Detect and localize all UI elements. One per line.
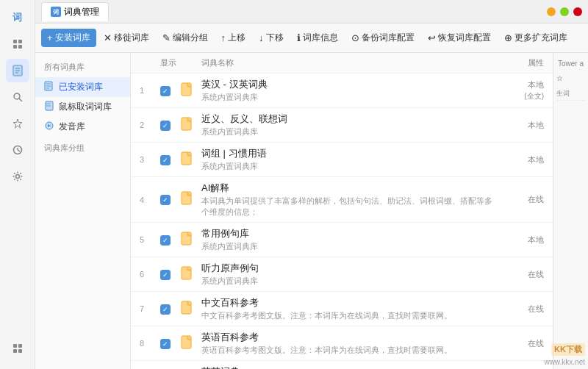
move-down-button[interactable]: ↓ 下移: [253, 29, 290, 47]
header-display: 显示: [160, 57, 181, 68]
edit-group-button[interactable]: ✎ 编辑分组: [157, 29, 214, 47]
svg-rect-15: [13, 344, 17, 348]
svg-rect-0: [13, 40, 17, 43]
row-attr: 本地: [500, 120, 544, 131]
row-checkbox[interactable]: ✓: [160, 85, 181, 96]
svg-rect-17: [13, 349, 17, 353]
svg-rect-39: [182, 301, 191, 314]
dict-name: 英汉 - 汉英词典: [201, 78, 500, 91]
app-logo-icon[interactable]: 词: [6, 6, 29, 29]
svg-rect-27: [182, 83, 191, 96]
check-icon: ✓: [160, 304, 171, 315]
svg-rect-2: [13, 45, 17, 49]
table-row[interactable]: 9 ✓ 英英词典 系统内置词典库: [131, 361, 553, 369]
tab-icon: 词: [51, 7, 61, 17]
check-icon: ✓: [160, 235, 171, 246]
dict-sub: 英语百科参考考图文版。注意：本词库为在线词典，直找时需要联网。: [201, 345, 500, 356]
row-num: 5: [140, 235, 160, 244]
right-sidebar: Tower a ☆ 生词: [553, 53, 588, 369]
check-icon: ✓: [160, 270, 171, 280]
table-row[interactable]: 4 ✓ AI解释 本词典为单词提供了丰富多样的解析，包括句句法、助记法、词根词缀…: [131, 177, 553, 223]
dict-info-label: 词库信息: [303, 32, 338, 44]
move-dict-button[interactable]: ✕ 移徙词库: [98, 29, 155, 47]
nav-icon-clock[interactable]: [6, 138, 29, 162]
app-sidebar: 词: [0, 0, 35, 369]
nav-icon-1[interactable]: [6, 32, 29, 56]
nav-icon-star[interactable]: [6, 112, 29, 135]
table-row[interactable]: 8 ✓ 英语百科参考 英语百科参考考图文版。注意：本词库为在线词典，直找时需要联…: [131, 326, 553, 361]
svg-rect-37: [182, 267, 191, 279]
voice-icon: [44, 121, 54, 133]
backup-config-button[interactable]: ⊙ 备份词库配置: [345, 29, 420, 47]
row-checkbox[interactable]: ✓: [160, 120, 181, 131]
move-down-label: 下移: [266, 32, 284, 44]
restore-config-button[interactable]: ↩ 恢复词库配置: [422, 29, 497, 47]
row-num: 1: [140, 86, 160, 95]
left-panel: 所有词典库 已安装词库 鼠标取词词库 发: [35, 53, 131, 369]
nav-icon-search[interactable]: [6, 85, 29, 109]
panel-section-title: 所有词典库: [35, 59, 130, 77]
row-attr: 本地(全文): [500, 79, 544, 102]
row-checkbox[interactable]: ✓: [160, 154, 181, 165]
panel-item-mouse[interactable]: 鼠标取词词库: [35, 97, 130, 117]
panel-item-installed-label: 已安装词库: [59, 81, 103, 93]
content-area: 所有词典库 已安装词库 鼠标取词词库 发: [35, 53, 588, 369]
row-attr: 在线: [500, 194, 544, 205]
dict-name: 常用例句库: [201, 227, 500, 240]
dict-sub: 系统内置词典库: [201, 241, 500, 252]
dict-table-header: 显示 词典名称 属性: [131, 53, 553, 74]
row-checkbox[interactable]: ✓: [160, 194, 181, 205]
minimize-button[interactable]: －: [547, 7, 556, 16]
restore-icon: ↩: [428, 32, 436, 43]
row-num: 8: [140, 339, 160, 348]
more-icon: ⊕: [504, 32, 512, 43]
right-sidebar-text: Tower a: [556, 59, 585, 68]
check-icon: ✓: [160, 339, 171, 349]
row-checkbox[interactable]: ✓: [160, 338, 181, 349]
panel-sub-title: 词典库分组: [35, 137, 130, 157]
check-icon: ✓: [160, 195, 171, 205]
panel-item-voice[interactable]: 发音库: [35, 117, 130, 137]
row-file-icon: [181, 301, 201, 318]
dict-info-button[interactable]: ℹ 词库信息: [291, 29, 344, 47]
dict-sub: 系统内置词典库: [201, 276, 500, 287]
table-row[interactable]: 2 ✓ 近义、反义、联想词 系统内置词典库 本地: [131, 108, 553, 143]
toolbar: + 安装词库 ✕ 移徙词库 ✎ 编辑分组 ↑ 上移 ↓ 下移 ℹ 词库信息: [35, 24, 588, 53]
nav-icon-grid[interactable]: [6, 337, 29, 360]
close-button[interactable]: ×: [573, 7, 582, 16]
main-tab[interactable]: 词 词典管理: [41, 2, 109, 21]
more-dicts-button[interactable]: ⊕ 更多扩充词库: [498, 29, 573, 47]
nav-icon-settings[interactable]: [6, 165, 29, 188]
backup-icon: ⊙: [351, 32, 359, 43]
panel-item-mouse-label: 鼠标取词词库: [59, 101, 112, 113]
row-attr: 在线: [500, 304, 544, 315]
sidebar-bottom: [6, 337, 29, 369]
info-icon: ℹ: [297, 32, 301, 43]
restore-config-label: 恢复词库配置: [438, 32, 491, 44]
row-info: 常用例句库 系统内置词典库: [201, 227, 500, 252]
row-checkbox[interactable]: ✓: [160, 269, 181, 280]
panel-item-installed[interactable]: 已安装词库: [35, 77, 130, 97]
row-attr: 本地: [500, 234, 544, 246]
move-up-label: 上移: [228, 32, 245, 44]
svg-rect-1: [18, 40, 22, 43]
backup-config-label: 备份词库配置: [362, 32, 415, 44]
row-info: 近义、反义、联想词 系统内置词典库: [201, 112, 500, 137]
table-row[interactable]: 5 ✓ 常用例句库 系统内置词典库 本地: [131, 223, 553, 257]
table-row[interactable]: 7 ✓ 中文百科参考 中文百科参考考图文版。注意：本词库为在线词典，直找时需要联…: [131, 292, 553, 326]
move-up-button[interactable]: ↑ 上移: [215, 29, 252, 47]
row-info: 中文百科参考 中文百科参考考图文版。注意：本词库为在线词典，直找时需要联网。: [201, 296, 500, 321]
maximize-button[interactable]: □: [560, 7, 569, 16]
install-dict-button[interactable]: + 安装词库: [41, 29, 96, 47]
table-row[interactable]: 1 ✓ 英汉 - 汉英词典 系统内置词典库 本地(全文): [131, 74, 553, 108]
row-checkbox[interactable]: ✓: [160, 304, 181, 315]
row-info: 英语百科参考 英语百科参考考图文版。注意：本词库为在线词典，直找时需要联网。: [201, 331, 500, 356]
nav-icon-dict[interactable]: [6, 59, 29, 82]
row-file-icon: [181, 191, 201, 208]
table-row[interactable]: 6 ✓ 听力原声例句 系统内置词典库 在线: [131, 257, 553, 292]
row-attr: 在线: [500, 338, 544, 349]
installed-icon: [44, 81, 54, 93]
table-row[interactable]: 3 ✓ 词组 | 习惯用语 系统内置词典库 本地: [131, 143, 553, 177]
row-checkbox[interactable]: ✓: [160, 234, 181, 246]
move-icon: ✕: [104, 32, 112, 43]
